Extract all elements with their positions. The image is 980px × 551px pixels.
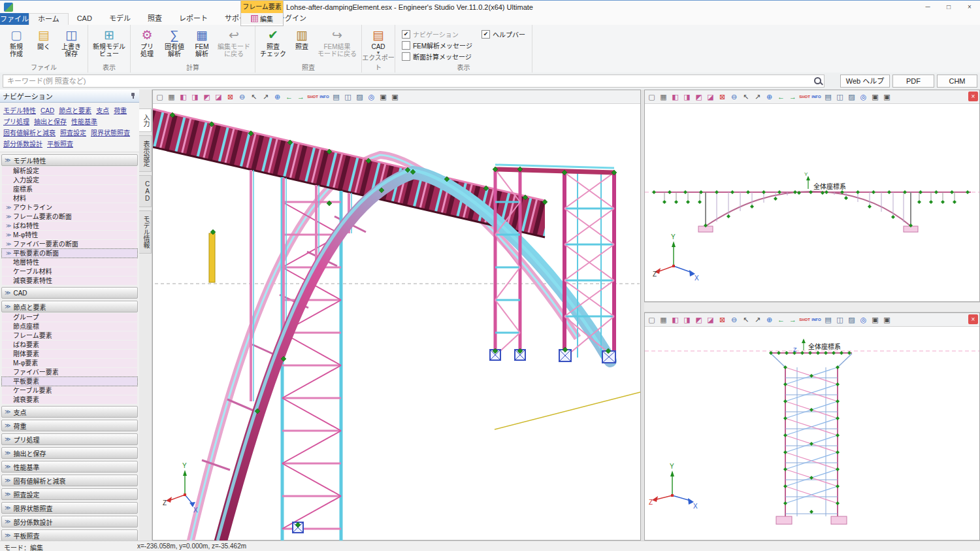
- snapshot-icon[interactable]: SHOT: [307, 92, 318, 102]
- zoom-out-icon[interactable]: ⊖: [728, 92, 740, 102]
- help-bar-checkbox[interactable]: ✔ ヘルプバー: [482, 29, 525, 40]
- nav-section-header[interactable]: ≫ 照査設定: [1, 488, 138, 500]
- zoom-window-icon[interactable]: ◎: [858, 314, 869, 325]
- nav-link[interactable]: 限界状態照査: [91, 127, 130, 137]
- front-canvas[interactable]: Z 全体座標系 Y Z X: [645, 327, 979, 541]
- nav-section-header[interactable]: ≫ 支点: [1, 406, 138, 418]
- nav-section-header[interactable]: ≫ 固有値解析と減衰: [1, 475, 138, 486]
- save-button[interactable]: ◫ 上書き 保存: [57, 26, 85, 64]
- close-pane-icon[interactable]: ×: [968, 314, 978, 324]
- nav-item[interactable]: 節点座標: [2, 322, 137, 331]
- new-button[interactable]: ▢ 新規 作成: [3, 26, 30, 64]
- nav-link[interactable]: 支点: [96, 105, 109, 115]
- camera-icon[interactable]: ▣: [378, 92, 389, 102]
- camera-add-icon[interactable]: ▣: [881, 314, 892, 325]
- nav-link[interactable]: 平板照査: [47, 139, 73, 148]
- nav-item[interactable]: ≫ M-φ特性: [2, 231, 137, 239]
- open-button[interactable]: ▤ 開く: [30, 26, 57, 64]
- nav-link[interactable]: 部分係数設計: [3, 139, 42, 148]
- file-tab[interactable]: ファイル: [0, 13, 29, 25]
- nav-item[interactable]: M-φ要素: [2, 359, 137, 367]
- split-view-icon[interactable]: ◫: [834, 314, 845, 325]
- edit-mode-row[interactable]: 編集: [241, 13, 283, 24]
- view-xz-icon[interactable]: ◩: [693, 314, 704, 325]
- view-iso-icon[interactable]: ◪: [705, 92, 716, 102]
- fem-analysis-button[interactable]: ▦ FEM 解析: [188, 26, 216, 64]
- nav-item[interactable]: 座標系: [2, 185, 137, 193]
- ribbon-tab[interactable]: 照査: [139, 13, 171, 25]
- ribbon-tab[interactable]: CAD: [69, 13, 101, 25]
- nav-link[interactable]: プリ処理: [3, 116, 29, 126]
- nav-item[interactable]: 減衰要素特性: [2, 276, 137, 285]
- pointer-icon[interactable]: ↖: [248, 92, 259, 102]
- nav-section-header[interactable]: ≫ 抽出と保存: [1, 447, 138, 459]
- nav-link[interactable]: モデル特性: [3, 105, 36, 115]
- snapshot-icon[interactable]: SHOT: [799, 314, 810, 325]
- nav-section-header[interactable]: ≫ プリ処理: [1, 433, 138, 445]
- nav-item[interactable]: 解析設定: [2, 167, 137, 175]
- nav-item[interactable]: フレーム要素: [2, 331, 137, 340]
- nav-section-nodes[interactable]: ≫ 節点と要素: [1, 301, 138, 312]
- clear-view-icon[interactable]: ⊠: [225, 92, 236, 102]
- view-xz-icon[interactable]: ◩: [693, 92, 704, 102]
- new-model-view-button[interactable]: ⊞ 新規モデル ビュー: [91, 26, 127, 64]
- eigenvalue-analysis-button[interactable]: ∑ 固有値 解析: [161, 26, 188, 64]
- nav-link[interactable]: 節点と要素: [59, 105, 91, 115]
- rect-select-icon[interactable]: ▢: [154, 92, 165, 102]
- view-back-icon[interactable]: ←: [776, 314, 787, 325]
- camera-icon[interactable]: ▣: [870, 314, 881, 325]
- search-icon[interactable]: [814, 77, 823, 86]
- close-pane-icon[interactable]: ×: [968, 92, 978, 101]
- nav-link[interactable]: 照査設定: [60, 127, 86, 137]
- ribbon-tab[interactable]: モデル: [101, 13, 139, 25]
- view-yz-icon[interactable]: ◨: [681, 314, 693, 325]
- horizontal-splitter[interactable]: [644, 302, 980, 312]
- display-list-icon[interactable]: ▤: [823, 314, 834, 325]
- render-mode-icon[interactable]: ▨: [846, 92, 857, 102]
- display-list-icon[interactable]: ▤: [331, 92, 342, 102]
- model-canvas[interactable]: Y Z X: [153, 104, 640, 541]
- info-icon[interactable]: INFO: [319, 92, 330, 102]
- close-icon[interactable]: ×: [959, 1, 980, 14]
- nav-item[interactable]: 平板要素: [2, 377, 137, 386]
- split-view-icon[interactable]: ◫: [342, 92, 353, 102]
- view-back-icon[interactable]: ←: [776, 92, 787, 102]
- view-xy-icon[interactable]: ◧: [670, 314, 681, 325]
- view-xy-icon[interactable]: ◧: [670, 92, 681, 102]
- clear-view-icon[interactable]: ⊠: [717, 314, 728, 325]
- view-forward-icon[interactable]: →: [787, 314, 798, 325]
- rect-select-icon[interactable]: ▢: [646, 314, 657, 325]
- section-calc-message-checkbox[interactable]: 断面計算メッセージ: [402, 51, 472, 62]
- nav-link[interactable]: 性能基準: [71, 116, 97, 126]
- view-yz-icon[interactable]: ◨: [189, 92, 201, 102]
- frame-element-label[interactable]: フレーム要素: [241, 1, 283, 13]
- rect-select-icon[interactable]: ▢: [646, 92, 657, 102]
- pointer-icon[interactable]: ↖: [740, 314, 751, 325]
- side-tab[interactable]: CAD: [139, 175, 152, 207]
- split-view-icon[interactable]: ◫: [834, 92, 845, 102]
- nav-section-header[interactable]: ≫ 部分係数設計: [1, 516, 138, 527]
- minimize-icon[interactable]: ─: [917, 1, 938, 14]
- nav-item[interactable]: ≫ 平板要素の断面: [2, 249, 137, 258]
- view-forward-icon[interactable]: →: [295, 92, 306, 102]
- zoom-window-icon[interactable]: ◎: [858, 92, 869, 102]
- pointer-icon[interactable]: ↖: [740, 92, 751, 102]
- pdf-help-button[interactable]: PDF: [892, 75, 934, 88]
- fem-analysis-message-checkbox[interactable]: FEM解析メッセージ: [402, 40, 472, 51]
- globe-icon[interactable]: ⊕: [764, 314, 775, 325]
- grid-snap-icon[interactable]: ▦: [658, 314, 669, 325]
- globe-icon[interactable]: ⊕: [272, 92, 283, 102]
- nav-link[interactable]: 固有値解析と減衰: [3, 127, 56, 137]
- snapshot-icon[interactable]: SHOT: [799, 92, 810, 102]
- info-icon[interactable]: INFO: [811, 314, 822, 325]
- zoom-out-icon[interactable]: ⊖: [728, 314, 740, 325]
- nav-section-header[interactable]: ≫ 平板照査: [1, 529, 138, 541]
- search-input[interactable]: [3, 75, 825, 88]
- camera-add-icon[interactable]: ▣: [389, 92, 400, 102]
- web-help-button[interactable]: Web ヘルプ: [840, 75, 890, 88]
- nav-link[interactable]: 荷重: [114, 105, 127, 115]
- zoom-window-icon[interactable]: ◎: [366, 92, 377, 102]
- render-mode-icon[interactable]: ▨: [846, 314, 857, 325]
- nav-section-header[interactable]: ≫ 性能基準: [1, 461, 138, 473]
- chm-help-button[interactable]: CHM: [937, 75, 977, 88]
